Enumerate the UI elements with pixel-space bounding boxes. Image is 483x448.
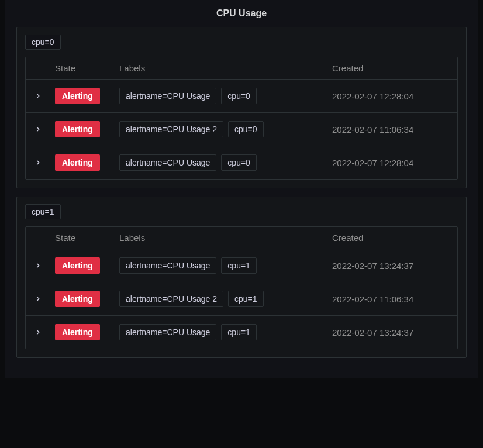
expand-toggle[interactable] [34, 125, 55, 133]
group-tag[interactable]: cpu=1 [25, 204, 61, 219]
alert-table: State Labels Created Alerting alertname=… [25, 226, 458, 349]
expand-toggle[interactable] [34, 295, 55, 303]
label-chip[interactable]: alertname=CPU Usage [119, 257, 216, 274]
label-chip[interactable]: cpu=0 [221, 154, 257, 171]
state-badge: Alerting [55, 291, 100, 307]
chevron-right-icon [34, 261, 42, 270]
created-timestamp: 2022-02-07 12:28:04 [332, 91, 449, 101]
expand-toggle[interactable] [34, 158, 55, 167]
table-row: Alerting alertname=CPU Usage cpu=0 2022-… [26, 79, 457, 112]
created-timestamp: 2022-02-07 11:06:34 [332, 294, 449, 304]
labels-cell: alertname=CPU Usage cpu=1 [119, 257, 332, 274]
table-row: Alerting alertname=CPU Usage 2 cpu=0 202… [26, 112, 457, 146]
expand-toggle[interactable] [34, 92, 55, 100]
state-badge: Alerting [55, 257, 100, 274]
group-tag[interactable]: cpu=0 [25, 35, 61, 50]
state-badge: Alerting [55, 154, 100, 171]
table-row: Alerting alertname=CPU Usage 2 cpu=1 202… [26, 282, 457, 315]
label-chip[interactable]: alertname=CPU Usage 2 [119, 291, 223, 307]
label-chip[interactable]: alertname=CPU Usage [119, 88, 216, 104]
table-row: Alerting alertname=CPU Usage cpu=1 2022-… [26, 315, 457, 349]
created-timestamp: 2022-02-07 13:24:37 [332, 328, 449, 337]
expand-toggle[interactable] [34, 261, 55, 270]
header-labels: Labels [119, 233, 332, 243]
label-chip[interactable]: cpu=1 [221, 324, 257, 340]
label-chip[interactable]: alertname=CPU Usage [119, 324, 216, 340]
chevron-right-icon [34, 158, 42, 167]
panel-title: CPU Usage [5, 0, 478, 27]
expand-toggle[interactable] [34, 328, 55, 336]
label-chip[interactable]: alertname=CPU Usage 2 [119, 121, 223, 137]
labels-cell: alertname=CPU Usage 2 cpu=0 [119, 121, 332, 137]
label-chip[interactable]: alertname=CPU Usage [119, 154, 216, 171]
state-badge: Alerting [55, 324, 100, 340]
labels-cell: alertname=CPU Usage cpu=0 [119, 154, 332, 171]
alert-group: cpu=0 State Labels Created Alerting aler… [16, 27, 467, 188]
table-row: Alerting alertname=CPU Usage cpu=0 2022-… [26, 146, 457, 179]
header-state: State [55, 63, 119, 73]
table-header: State Labels Created [26, 227, 457, 249]
chevron-right-icon [34, 125, 42, 133]
labels-cell: alertname=CPU Usage 2 cpu=1 [119, 291, 332, 307]
chevron-right-icon [34, 92, 42, 100]
label-chip[interactable]: cpu=1 [228, 291, 264, 307]
alert-panel: CPU Usage cpu=0 State Labels Created Ale… [5, 0, 478, 378]
state-badge: Alerting [55, 88, 100, 104]
header-state: State [55, 233, 119, 243]
chevron-right-icon [34, 295, 42, 303]
table-header: State Labels Created [26, 57, 457, 79]
header-created: Created [332, 63, 449, 73]
state-badge: Alerting [55, 121, 100, 137]
header-created: Created [332, 233, 449, 243]
label-chip[interactable]: cpu=1 [221, 257, 257, 274]
table-row: Alerting alertname=CPU Usage cpu=1 2022-… [26, 249, 457, 282]
created-timestamp: 2022-02-07 12:28:04 [332, 158, 449, 168]
labels-cell: alertname=CPU Usage cpu=0 [119, 88, 332, 104]
label-chip[interactable]: cpu=0 [221, 88, 257, 104]
label-chip[interactable]: cpu=0 [228, 121, 264, 137]
created-timestamp: 2022-02-07 13:24:37 [332, 261, 449, 271]
labels-cell: alertname=CPU Usage cpu=1 [119, 324, 332, 340]
header-labels: Labels [119, 63, 332, 73]
alert-group: cpu=1 State Labels Created Alerting aler… [16, 197, 467, 358]
chevron-right-icon [34, 328, 42, 336]
created-timestamp: 2022-02-07 11:06:34 [332, 125, 449, 135]
alert-table: State Labels Created Alerting alertname=… [25, 57, 458, 180]
